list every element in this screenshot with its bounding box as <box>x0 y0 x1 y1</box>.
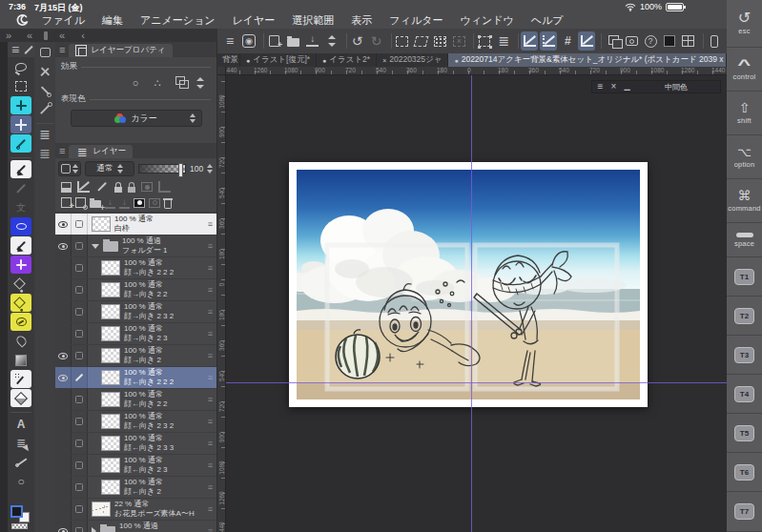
edge-key[interactable]: command command <box>727 179 762 223</box>
panel-menu-icon[interactable]: ≡ <box>59 145 65 156</box>
layer-select-checkbox[interactable] <box>72 301 88 322</box>
layer-row[interactable]: 100 % 通常 顔←向き 2 2 ≡ <box>55 389 216 411</box>
tool-button[interactable] <box>10 408 31 413</box>
edge-key[interactable]: shift shift <box>727 92 762 135</box>
toolbar-button[interactable] <box>514 33 519 49</box>
toolbar-button[interactable] <box>680 31 697 51</box>
layer-visibility-toggle[interactable] <box>55 389 72 410</box>
toolbar-button[interactable] <box>642 31 659 51</box>
edge-key[interactable]: esc esc <box>727 0 762 48</box>
edge-key[interactable]: control control <box>727 48 762 92</box>
layer-action-button[interactable] <box>105 197 115 209</box>
layer-toggle-button[interactable] <box>61 182 72 193</box>
tool-button[interactable] <box>10 434 31 452</box>
menu-item[interactable]: ウィンドウ <box>460 13 513 28</box>
foreground-color-swatch[interactable] <box>10 505 23 518</box>
toolbar-button[interactable] <box>661 31 678 51</box>
layer-palette-option-button[interactable] <box>58 161 81 176</box>
toolbar-button[interactable] <box>394 31 411 51</box>
layer-select-checkbox[interactable] <box>72 455 88 476</box>
toolbar-button[interactable] <box>521 31 538 51</box>
layer-drag-handle[interactable]: ≡ <box>208 263 213 273</box>
layer-visibility-toggle[interactable] <box>55 433 72 454</box>
layer-toggle-button[interactable] <box>114 187 122 193</box>
tool-button[interactable] <box>10 153 31 158</box>
layer-drag-handle[interactable]: ≡ <box>208 526 213 532</box>
layer-select-checkbox[interactable] <box>72 279 88 300</box>
toolbar-button[interactable] <box>221 31 238 51</box>
palette-control-icon[interactable] <box>609 83 618 92</box>
layer-row[interactable]: 100 % 通過 ガイド ≡ <box>55 521 216 532</box>
menu-item[interactable]: レイヤー <box>233 13 276 28</box>
toolbar-button[interactable] <box>495 31 512 51</box>
quick-operation-button[interactable] <box>36 63 53 80</box>
collapse-icon[interactable] <box>44 31 48 40</box>
document-tab[interactable]: ●イラスト[復元]* <box>240 53 317 67</box>
layer-drag-handle[interactable]: ≡ <box>208 351 213 360</box>
tool-button[interactable] <box>10 198 31 216</box>
toolbar-button[interactable] <box>578 31 595 51</box>
collapse-icon[interactable] <box>55 29 69 42</box>
layer-visibility-toggle[interactable] <box>55 499 72 520</box>
layer-select-checkbox[interactable] <box>72 214 88 235</box>
toolbar-button[interactable] <box>266 31 283 51</box>
edge-key[interactable]: T7 T7 <box>727 492 762 532</box>
collapse-icon[interactable] <box>2 29 15 42</box>
layer-toggle-button[interactable] <box>95 180 109 194</box>
layer-visibility-toggle[interactable] <box>55 455 72 476</box>
toolbar-button[interactable] <box>285 31 302 51</box>
edge-key[interactable]: space space <box>727 223 762 257</box>
edge-key[interactable]: T2 T2 <box>727 297 762 336</box>
edge-key[interactable]: option option <box>727 135 762 179</box>
tool-button[interactable] <box>10 472 31 490</box>
layer-drag-handle[interactable]: ≡ <box>208 373 213 382</box>
toolbar-button[interactable] <box>699 33 704 49</box>
layer-visibility-toggle[interactable] <box>55 323 72 344</box>
tool-button[interactable] <box>10 453 31 471</box>
document-tab[interactable]: ×20220325ジャ <box>377 53 448 67</box>
intermediate-color-palette[interactable]: 中間色 <box>591 80 721 93</box>
canvas-viewport[interactable]: 1440126010809007205403601800180360540720… <box>217 67 727 532</box>
tool-palette-header[interactable] <box>8 42 34 57</box>
layer-select-checkbox[interactable] <box>72 345 88 366</box>
toolbar-button[interactable] <box>349 31 366 51</box>
palette-control-icon[interactable] <box>623 83 631 92</box>
folder-twisty-icon[interactable] <box>92 244 99 249</box>
layer-drag-handle[interactable]: ≡ <box>208 307 213 317</box>
menu-item[interactable]: 編集 <box>102 13 123 28</box>
toolbar-button[interactable] <box>413 31 430 51</box>
collapse-icon[interactable] <box>23 29 36 42</box>
toolbar-button[interactable] <box>323 31 340 51</box>
tool-button[interactable] <box>10 313 31 331</box>
tool-button[interactable] <box>10 332 31 350</box>
layer-drag-handle[interactable]: ≡ <box>208 460 213 470</box>
layer-select-checkbox[interactable] <box>72 521 88 532</box>
layer-select-checkbox[interactable] <box>72 323 88 344</box>
toolbar-button[interactable] <box>342 33 347 49</box>
toolbar-button[interactable] <box>450 31 467 51</box>
layer-select-checkbox[interactable] <box>72 389 88 410</box>
folder-twisty-icon[interactable] <box>92 527 96 532</box>
transparent-color-swatch[interactable] <box>11 523 28 529</box>
layer-visibility-toggle[interactable] <box>55 345 72 366</box>
layer-visibility-toggle[interactable] <box>55 367 72 388</box>
layer-row[interactable]: 100 % 通常 顔→向き 2 2 ≡ <box>55 279 216 301</box>
tool-button[interactable] <box>10 236 31 255</box>
tool-button[interactable] <box>10 58 31 76</box>
layer-drag-handle[interactable]: ≡ <box>208 439 213 448</box>
effect-button[interactable] <box>151 76 164 90</box>
layer-visibility-toggle[interactable] <box>55 257 72 278</box>
edge-key[interactable]: T5 T5 <box>727 414 762 453</box>
edge-key[interactable]: T1 T1 <box>727 257 762 297</box>
layer-toggle-button[interactable] <box>77 181 90 193</box>
layer-visibility-toggle[interactable] <box>55 301 72 322</box>
toolbar-button[interactable] <box>304 31 321 51</box>
tool-button[interactable] <box>10 294 31 312</box>
tool-button[interactable] <box>10 115 31 133</box>
toolbar-button[interactable] <box>706 31 723 51</box>
layer-action-button[interactable] <box>119 197 130 209</box>
layer-drag-handle[interactable]: ≡ <box>208 395 213 404</box>
layer-row[interactable]: 100 % 通常 顔→向き 2 3 2 ≡ <box>55 301 216 323</box>
toolbar-button[interactable] <box>623 31 640 51</box>
layer-action-button[interactable] <box>149 198 160 208</box>
